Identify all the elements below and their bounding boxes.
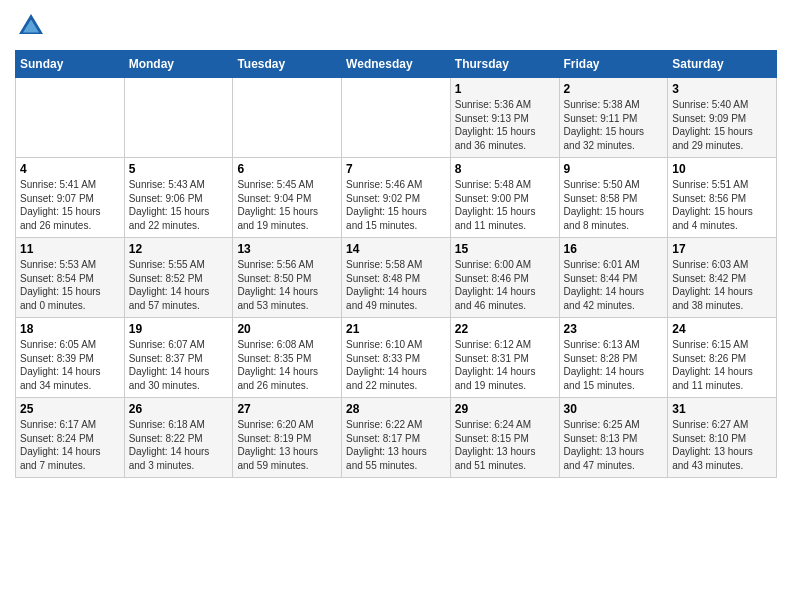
weekday-header-friday: Friday [559, 51, 668, 78]
day-number: 10 [672, 162, 772, 176]
calendar-cell: 13Sunrise: 5:56 AM Sunset: 8:50 PM Dayli… [233, 238, 342, 318]
calendar-body: 1Sunrise: 5:36 AM Sunset: 9:13 PM Daylig… [16, 78, 777, 478]
calendar-cell [124, 78, 233, 158]
calendar-cell: 29Sunrise: 6:24 AM Sunset: 8:15 PM Dayli… [450, 398, 559, 478]
calendar-cell: 22Sunrise: 6:12 AM Sunset: 8:31 PM Dayli… [450, 318, 559, 398]
day-info: Sunrise: 6:24 AM Sunset: 8:15 PM Dayligh… [455, 418, 555, 472]
calendar-week-row: 1Sunrise: 5:36 AM Sunset: 9:13 PM Daylig… [16, 78, 777, 158]
day-info: Sunrise: 6:27 AM Sunset: 8:10 PM Dayligh… [672, 418, 772, 472]
day-number: 21 [346, 322, 446, 336]
day-number: 23 [564, 322, 664, 336]
day-number: 18 [20, 322, 120, 336]
day-number: 28 [346, 402, 446, 416]
calendar-week-row: 25Sunrise: 6:17 AM Sunset: 8:24 PM Dayli… [16, 398, 777, 478]
calendar-cell: 21Sunrise: 6:10 AM Sunset: 8:33 PM Dayli… [342, 318, 451, 398]
calendar-cell: 15Sunrise: 6:00 AM Sunset: 8:46 PM Dayli… [450, 238, 559, 318]
day-number: 5 [129, 162, 229, 176]
day-number: 13 [237, 242, 337, 256]
day-number: 24 [672, 322, 772, 336]
calendar-cell: 19Sunrise: 6:07 AM Sunset: 8:37 PM Dayli… [124, 318, 233, 398]
calendar-week-row: 11Sunrise: 5:53 AM Sunset: 8:54 PM Dayli… [16, 238, 777, 318]
logo-icon [15, 10, 47, 42]
day-info: Sunrise: 6:10 AM Sunset: 8:33 PM Dayligh… [346, 338, 446, 392]
calendar-cell: 1Sunrise: 5:36 AM Sunset: 9:13 PM Daylig… [450, 78, 559, 158]
calendar-cell: 26Sunrise: 6:18 AM Sunset: 8:22 PM Dayli… [124, 398, 233, 478]
calendar-cell: 2Sunrise: 5:38 AM Sunset: 9:11 PM Daylig… [559, 78, 668, 158]
calendar-cell: 6Sunrise: 5:45 AM Sunset: 9:04 PM Daylig… [233, 158, 342, 238]
day-info: Sunrise: 5:50 AM Sunset: 8:58 PM Dayligh… [564, 178, 664, 232]
calendar-cell: 7Sunrise: 5:46 AM Sunset: 9:02 PM Daylig… [342, 158, 451, 238]
calendar-cell: 23Sunrise: 6:13 AM Sunset: 8:28 PM Dayli… [559, 318, 668, 398]
calendar-cell: 12Sunrise: 5:55 AM Sunset: 8:52 PM Dayli… [124, 238, 233, 318]
day-info: Sunrise: 6:22 AM Sunset: 8:17 PM Dayligh… [346, 418, 446, 472]
day-info: Sunrise: 5:46 AM Sunset: 9:02 PM Dayligh… [346, 178, 446, 232]
calendar-cell: 11Sunrise: 5:53 AM Sunset: 8:54 PM Dayli… [16, 238, 125, 318]
calendar-week-row: 18Sunrise: 6:05 AM Sunset: 8:39 PM Dayli… [16, 318, 777, 398]
day-number: 19 [129, 322, 229, 336]
calendar-week-row: 4Sunrise: 5:41 AM Sunset: 9:07 PM Daylig… [16, 158, 777, 238]
day-info: Sunrise: 6:07 AM Sunset: 8:37 PM Dayligh… [129, 338, 229, 392]
calendar-cell: 28Sunrise: 6:22 AM Sunset: 8:17 PM Dayli… [342, 398, 451, 478]
calendar-cell [342, 78, 451, 158]
day-info: Sunrise: 6:00 AM Sunset: 8:46 PM Dayligh… [455, 258, 555, 312]
day-info: Sunrise: 5:55 AM Sunset: 8:52 PM Dayligh… [129, 258, 229, 312]
calendar-cell: 14Sunrise: 5:58 AM Sunset: 8:48 PM Dayli… [342, 238, 451, 318]
day-info: Sunrise: 6:12 AM Sunset: 8:31 PM Dayligh… [455, 338, 555, 392]
day-number: 30 [564, 402, 664, 416]
day-info: Sunrise: 6:13 AM Sunset: 8:28 PM Dayligh… [564, 338, 664, 392]
day-number: 3 [672, 82, 772, 96]
calendar-cell: 17Sunrise: 6:03 AM Sunset: 8:42 PM Dayli… [668, 238, 777, 318]
day-number: 26 [129, 402, 229, 416]
calendar-cell [233, 78, 342, 158]
weekday-header-saturday: Saturday [668, 51, 777, 78]
day-info: Sunrise: 5:56 AM Sunset: 8:50 PM Dayligh… [237, 258, 337, 312]
day-number: 16 [564, 242, 664, 256]
weekday-header-row: SundayMondayTuesdayWednesdayThursdayFrid… [16, 51, 777, 78]
day-info: Sunrise: 6:15 AM Sunset: 8:26 PM Dayligh… [672, 338, 772, 392]
calendar-cell: 25Sunrise: 6:17 AM Sunset: 8:24 PM Dayli… [16, 398, 125, 478]
day-info: Sunrise: 5:43 AM Sunset: 9:06 PM Dayligh… [129, 178, 229, 232]
day-number: 29 [455, 402, 555, 416]
calendar-header: SundayMondayTuesdayWednesdayThursdayFrid… [16, 51, 777, 78]
day-number: 14 [346, 242, 446, 256]
day-info: Sunrise: 6:03 AM Sunset: 8:42 PM Dayligh… [672, 258, 772, 312]
day-info: Sunrise: 5:40 AM Sunset: 9:09 PM Dayligh… [672, 98, 772, 152]
day-info: Sunrise: 6:01 AM Sunset: 8:44 PM Dayligh… [564, 258, 664, 312]
calendar-cell: 31Sunrise: 6:27 AM Sunset: 8:10 PM Dayli… [668, 398, 777, 478]
day-info: Sunrise: 5:45 AM Sunset: 9:04 PM Dayligh… [237, 178, 337, 232]
day-number: 15 [455, 242, 555, 256]
calendar-cell: 10Sunrise: 5:51 AM Sunset: 8:56 PM Dayli… [668, 158, 777, 238]
page-header [15, 10, 777, 42]
day-info: Sunrise: 5:41 AM Sunset: 9:07 PM Dayligh… [20, 178, 120, 232]
day-number: 12 [129, 242, 229, 256]
day-info: Sunrise: 6:05 AM Sunset: 8:39 PM Dayligh… [20, 338, 120, 392]
day-info: Sunrise: 6:25 AM Sunset: 8:13 PM Dayligh… [564, 418, 664, 472]
day-info: Sunrise: 5:48 AM Sunset: 9:00 PM Dayligh… [455, 178, 555, 232]
day-info: Sunrise: 5:53 AM Sunset: 8:54 PM Dayligh… [20, 258, 120, 312]
day-number: 8 [455, 162, 555, 176]
day-info: Sunrise: 5:38 AM Sunset: 9:11 PM Dayligh… [564, 98, 664, 152]
calendar-table: SundayMondayTuesdayWednesdayThursdayFrid… [15, 50, 777, 478]
day-number: 7 [346, 162, 446, 176]
calendar-cell: 9Sunrise: 5:50 AM Sunset: 8:58 PM Daylig… [559, 158, 668, 238]
calendar-cell: 24Sunrise: 6:15 AM Sunset: 8:26 PM Dayli… [668, 318, 777, 398]
calendar-cell: 5Sunrise: 5:43 AM Sunset: 9:06 PM Daylig… [124, 158, 233, 238]
calendar-cell: 3Sunrise: 5:40 AM Sunset: 9:09 PM Daylig… [668, 78, 777, 158]
weekday-header-thursday: Thursday [450, 51, 559, 78]
day-info: Sunrise: 6:17 AM Sunset: 8:24 PM Dayligh… [20, 418, 120, 472]
calendar-cell: 4Sunrise: 5:41 AM Sunset: 9:07 PM Daylig… [16, 158, 125, 238]
calendar-cell: 30Sunrise: 6:25 AM Sunset: 8:13 PM Dayli… [559, 398, 668, 478]
weekday-header-wednesday: Wednesday [342, 51, 451, 78]
calendar-cell: 27Sunrise: 6:20 AM Sunset: 8:19 PM Dayli… [233, 398, 342, 478]
day-number: 4 [20, 162, 120, 176]
day-number: 22 [455, 322, 555, 336]
day-number: 6 [237, 162, 337, 176]
day-number: 31 [672, 402, 772, 416]
day-number: 27 [237, 402, 337, 416]
calendar-cell: 8Sunrise: 5:48 AM Sunset: 9:00 PM Daylig… [450, 158, 559, 238]
calendar-cell: 16Sunrise: 6:01 AM Sunset: 8:44 PM Dayli… [559, 238, 668, 318]
logo [15, 10, 51, 42]
day-info: Sunrise: 6:18 AM Sunset: 8:22 PM Dayligh… [129, 418, 229, 472]
calendar-cell: 18Sunrise: 6:05 AM Sunset: 8:39 PM Dayli… [16, 318, 125, 398]
day-info: Sunrise: 6:20 AM Sunset: 8:19 PM Dayligh… [237, 418, 337, 472]
